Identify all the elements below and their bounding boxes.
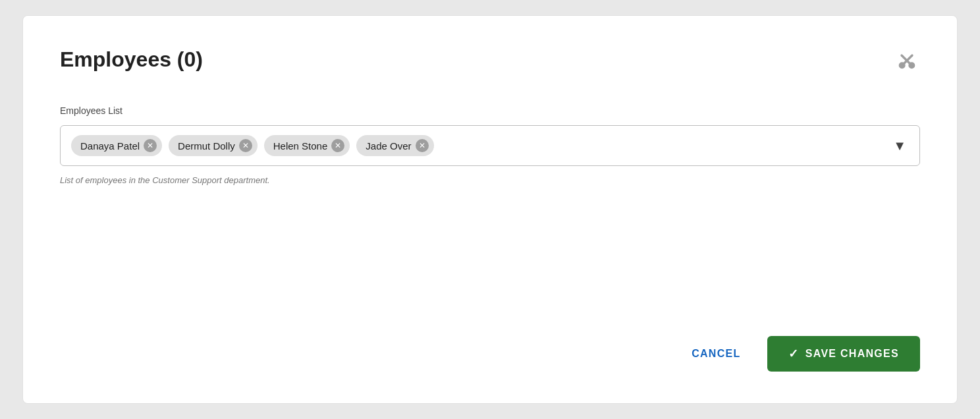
dialog-header: Employees (0) <box>60 47 920 74</box>
save-changes-button[interactable]: ✓ SAVE CHANGES <box>767 336 920 372</box>
close-button[interactable] <box>894 47 920 74</box>
dialog-footer: CANCEL ✓ SAVE CHANGES <box>60 336 920 372</box>
dialog: Employees (0) Employees List Danaya Pate… <box>22 15 958 404</box>
field-label: Employees List <box>60 105 920 116</box>
tag-dermut-dolly: Dermut Dolly ✕ <box>169 135 258 156</box>
tag-name: Danaya Patel <box>80 140 140 152</box>
tag-danaya-patel: Danaya Patel ✕ <box>71 135 162 156</box>
remove-danaya-patel-button[interactable]: ✕ <box>144 139 157 152</box>
save-changes-label: SAVE CHANGES <box>805 348 899 360</box>
svg-point-2 <box>900 63 904 68</box>
dropdown-arrow-icon[interactable]: ▼ <box>890 136 909 156</box>
helper-text: List of employees in the Customer Suppor… <box>60 175 920 185</box>
cancel-button[interactable]: CANCEL <box>681 340 751 368</box>
tag-jade-over: Jade Over ✕ <box>356 135 433 156</box>
tag-helen-stone: Helen Stone ✕ <box>264 135 350 156</box>
remove-helen-stone-button[interactable]: ✕ <box>331 139 344 152</box>
dialog-title: Employees (0) <box>60 47 203 72</box>
tag-name: Jade Over <box>366 140 411 152</box>
close-icon <box>896 50 917 71</box>
remove-dermut-dolly-button[interactable]: ✕ <box>239 139 252 152</box>
tag-name: Helen Stone <box>273 140 328 152</box>
check-icon: ✓ <box>788 347 799 361</box>
employees-multiselect[interactable]: Danaya Patel ✕ Dermut Dolly ✕ Helen Ston… <box>60 125 920 166</box>
svg-point-3 <box>910 63 914 68</box>
field-section: Employees List Danaya Patel ✕ Dermut Dol… <box>60 105 920 304</box>
tag-name: Dermut Dolly <box>178 140 235 152</box>
remove-jade-over-button[interactable]: ✕ <box>416 139 429 152</box>
